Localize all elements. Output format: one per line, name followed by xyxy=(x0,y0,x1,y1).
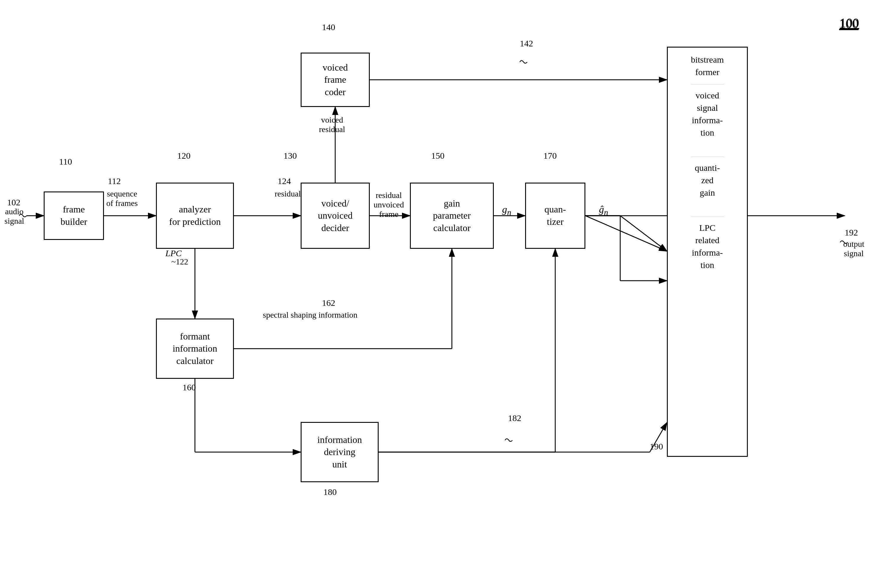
info-deriving-unit-label: informationderivingunit xyxy=(317,434,362,471)
label-170: 170 xyxy=(544,151,557,161)
frame-builder-label: framebuilder xyxy=(60,203,88,228)
label-140: 140 xyxy=(322,22,335,32)
label-150: 150 xyxy=(431,151,444,161)
arrows-svg xyxy=(0,0,894,588)
label-spectral-shaping: spectral shaping information xyxy=(263,310,357,320)
analyzer-block: analyzerfor prediction xyxy=(156,183,234,249)
voiced-unvoiced-block: voiced/unvoiceddecider xyxy=(301,183,370,249)
label-112: 112 xyxy=(108,176,121,186)
quantizer-label: quan-tizer xyxy=(545,203,566,228)
label-102: 102 xyxy=(7,197,20,207)
formant-info-calc-block: formantinformationcalculator xyxy=(156,319,234,379)
label-lpc: LPC xyxy=(165,248,182,258)
label-190: 190 xyxy=(650,441,663,452)
gain-param-calc-block: gainparametercalculator xyxy=(410,183,494,249)
label-162: 162 xyxy=(322,298,335,308)
label-182: 182 xyxy=(508,413,521,423)
label-output-signal: outputsignal xyxy=(843,239,864,258)
voiced-unvoiced-label: voiced/unvoiceddecider xyxy=(318,197,352,234)
bitstream-former-block: bitstreamformer voicedsignalinforma-tion… xyxy=(667,47,748,457)
label-gn: gn xyxy=(502,204,511,217)
gain-param-calc-label: gainparametercalculator xyxy=(433,197,471,234)
label-120: 120 xyxy=(177,151,190,161)
label-sequence-of-frames: sequenceof frames xyxy=(106,189,138,208)
label-142: 142 xyxy=(520,38,533,48)
label-residual-unvoiced: residualunvoicedframe xyxy=(374,190,404,219)
label-130: 130 xyxy=(284,151,297,161)
formant-info-calc-label: formantinformationcalculator xyxy=(172,330,217,367)
bitstream-former-content: bitstreamformer voicedsignalinforma-tion… xyxy=(691,53,724,271)
voiced-frame-coder-label: voicedframecoder xyxy=(323,62,347,98)
svg-line-11 xyxy=(620,216,667,251)
label-residual: residual xyxy=(275,189,301,198)
svg-line-9 xyxy=(585,216,667,251)
info-deriving-unit-block: informationderivingunit xyxy=(301,422,379,482)
analyzer-label: analyzerfor prediction xyxy=(169,203,220,228)
quantizer-block: quan-tizer xyxy=(525,183,585,249)
label-124: 124 xyxy=(278,176,291,186)
label-160: 160 xyxy=(183,382,196,392)
label-122: ~122 xyxy=(171,257,188,266)
frame-builder-block: framebuilder xyxy=(44,192,104,240)
label-gn-hat: ĝn xyxy=(599,204,608,217)
label-110: 110 xyxy=(59,157,72,167)
label-192: 192 xyxy=(845,228,858,237)
fig-number-label: 100 xyxy=(840,15,859,30)
label-audio-signal: audiosignal xyxy=(5,207,24,226)
voiced-frame-coder-block: voicedframecoder xyxy=(301,53,370,107)
label-voiced-residual: voicedresidual xyxy=(319,115,345,134)
label-180: 180 xyxy=(323,487,337,497)
diagram-container: 100 xyxy=(0,0,894,588)
